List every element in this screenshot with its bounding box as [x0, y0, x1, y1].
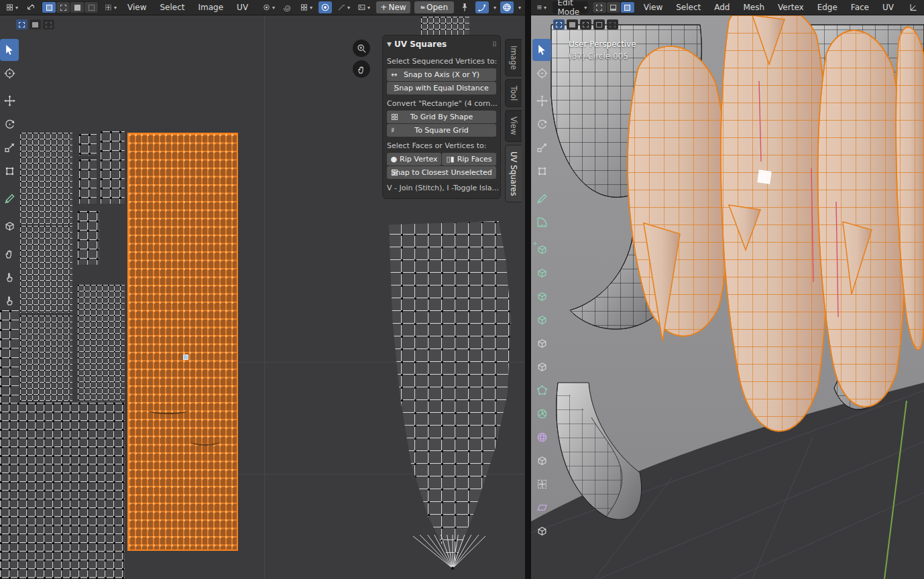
mesh-select-vertex[interactable]	[593, 2, 606, 13]
selection-toggle-icon[interactable]	[30, 19, 41, 29]
uv-island[interactable]	[0, 310, 19, 403]
uv-island[interactable]	[20, 133, 72, 224]
uv-island-tongue[interactable]	[388, 221, 511, 578]
uv-select-mode-face[interactable]	[70, 2, 84, 13]
uv-island[interactable]	[0, 403, 125, 579]
tool-add-cube[interactable]: +	[532, 239, 551, 261]
editor-type-button-3d[interactable]: ▾	[535, 1, 548, 13]
menu-3d-vertex[interactable]: Vertex	[773, 1, 809, 13]
tool-bevel[interactable]	[532, 309, 551, 331]
panel-header[interactable]: ▼ UV Squares ⠿	[384, 38, 499, 53]
menu-3d-view[interactable]: View	[639, 1, 667, 13]
mesh-select-face[interactable]	[621, 2, 634, 13]
tool-2d-cursor[interactable]	[0, 62, 19, 84]
uv-select-mode-edge[interactable]	[56, 2, 70, 13]
tool-select-box[interactable]	[532, 39, 551, 61]
uv-island[interactable]	[20, 226, 72, 313]
drag-handle-icon[interactable]: ⠿	[492, 41, 496, 48]
snap-closest-button[interactable]: Snap to Closest Unselected	[387, 166, 496, 179]
mode-dropdown[interactable]: Edit Mode ▾	[553, 1, 588, 13]
uv-2d-cursor[interactable]	[183, 355, 188, 360]
selection-toggle-icon[interactable]	[567, 19, 578, 29]
snap-equal-distance-button[interactable]: ⋮ Snap with Equal Distance	[387, 82, 496, 94]
tool-pinch[interactable]	[0, 290, 19, 312]
tool-select-box[interactable]	[0, 39, 19, 61]
to-square-grid-button[interactable]: ♯ To Square Grid	[387, 124, 496, 137]
transform-orientation-icon[interactable]	[907, 1, 920, 13]
mesh-select-edge[interactable]	[607, 2, 620, 13]
tool-rotate[interactable]	[532, 113, 551, 135]
menu-select[interactable]: Select	[155, 1, 189, 13]
snap-spiral-icon[interactable]	[281, 1, 294, 13]
uv-island[interactable]	[101, 131, 125, 204]
tool-rotate[interactable]	[0, 113, 19, 135]
rip-vertex-button[interactable]: ● Rip Vertex	[387, 153, 441, 166]
uv-canvas[interactable]: ▼ UV Squares ⠿ Select Sequenced Vertices…	[0, 15, 525, 579]
selection-toggle-icon[interactable]	[16, 19, 27, 29]
uv-sticky-dropdown[interactable]	[500, 1, 514, 13]
uv-select-mode-island[interactable]	[84, 2, 98, 13]
uv-island[interactable]	[79, 159, 97, 204]
rip-faces-button[interactable]: ▯▮ Rip Faces	[442, 153, 496, 166]
tool-shrink-fatten[interactable]	[532, 473, 551, 495]
tool-spin[interactable]	[532, 403, 551, 425]
tab-image[interactable]: Image	[505, 39, 522, 76]
uv-snap-toggle[interactable]	[475, 1, 489, 13]
tab-uv-squares[interactable]: UV Squares	[505, 145, 522, 202]
menu-3d-uv[interactable]: UV	[878, 1, 899, 13]
proportional-editing-toggle[interactable]	[319, 1, 332, 13]
selection-toggle-icon[interactable]	[607, 19, 618, 29]
tool-scale[interactable]	[0, 137, 19, 159]
uv-island[interactable]	[78, 285, 125, 401]
uv-island[interactable]	[20, 316, 72, 401]
menu-uv[interactable]: UV	[232, 1, 253, 13]
uv-island[interactable]	[78, 211, 99, 265]
tab-tool[interactable]: Tool	[505, 79, 522, 107]
menu-3d-face[interactable]: Face	[846, 1, 874, 13]
pan-button[interactable]	[353, 60, 370, 78]
active-face[interactable]	[758, 170, 771, 184]
tool-relax[interactable]	[0, 266, 19, 288]
selection-toggle-icon[interactable]	[43, 19, 54, 29]
editor-type-button[interactable]: ▾	[4, 1, 20, 13]
tool-measure[interactable]	[532, 211, 551, 233]
chevron-down-icon[interactable]: ▼	[387, 41, 392, 48]
menu-view[interactable]: View	[123, 1, 151, 13]
tool-loop-cut[interactable]	[532, 332, 551, 355]
image-browse-dropdown[interactable]: ▾	[356, 1, 372, 13]
tab-view[interactable]: View	[505, 110, 522, 141]
tool-annotate[interactable]	[532, 188, 551, 210]
selection-toggle-icon[interactable]	[593, 19, 605, 29]
menu-3d-edge[interactable]: Edge	[813, 1, 842, 13]
uv-select-mode-vertex[interactable]	[42, 2, 56, 13]
open-image-button[interactable]: Open	[414, 1, 454, 13]
uv-island[interactable]	[79, 134, 97, 155]
tool-knife[interactable]	[532, 356, 551, 378]
viewport-3d[interactable]: User Perspective (37) Circle.005 +	[531, 15, 924, 579]
uv-island-selected[interactable]	[127, 133, 238, 551]
menu-3d-select[interactable]: Select	[671, 1, 705, 13]
menu-3d-mesh[interactable]: Mesh	[738, 1, 769, 13]
pin-icon[interactable]	[458, 1, 471, 13]
tool-smooth[interactable]	[532, 426, 551, 448]
menu-3d-add[interactable]: Add	[709, 1, 734, 13]
tool-scale[interactable]	[532, 137, 551, 159]
falloff-curve-dropdown[interactable]: ▾	[336, 1, 352, 13]
snap-target-dropdown[interactable]: ▾	[298, 1, 314, 13]
tool-extrude-region[interactable]	[532, 262, 551, 284]
tool-shear[interactable]	[532, 497, 551, 519]
snap-to-axis-button[interactable]: ↔ Snap to Axis (X or Y)	[387, 68, 496, 81]
mesh-3d[interactable]	[531, 15, 924, 579]
sticky-selection-dropdown[interactable]: ▾	[103, 1, 119, 13]
tool-rip-region[interactable]	[532, 520, 551, 542]
pivot-point-dropdown[interactable]: ▾	[261, 1, 277, 13]
menu-image[interactable]: Image	[194, 1, 229, 13]
uv-sync-selection-icon[interactable]	[24, 1, 38, 13]
to-grid-by-shape-button[interactable]: To Grid By Shape	[387, 111, 496, 123]
tool-cursor[interactable]	[532, 62, 551, 84]
uv-island[interactable]	[421, 17, 469, 35]
tool-grab[interactable]	[0, 243, 19, 265]
tool-poly-build[interactable]	[532, 379, 551, 401]
selection-toggle-icon[interactable]	[580, 19, 591, 29]
tool-annotate[interactable]	[0, 188, 19, 210]
